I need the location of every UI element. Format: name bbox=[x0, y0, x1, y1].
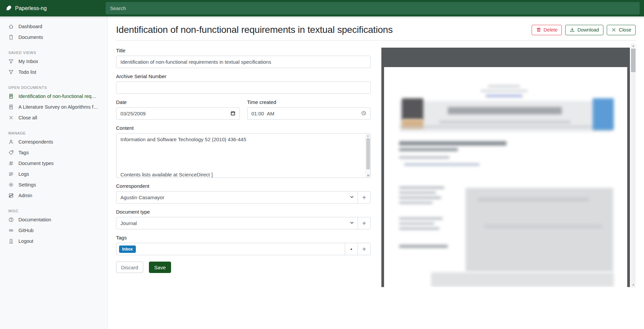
pdf-viewer-frame bbox=[381, 48, 630, 287]
content-textarea[interactable]: Information and Software Technology 52 (… bbox=[116, 133, 371, 178]
sidebar-item-identification-of-non-functional-requirem[interactable]: Identification of non-functional require… bbox=[0, 91, 107, 102]
blurred-text bbox=[404, 163, 480, 166]
blurred-text bbox=[439, 121, 570, 123]
sidebar-item-admin[interactable]: Admin bbox=[0, 190, 107, 201]
funnel-icon bbox=[8, 69, 14, 75]
sidebar-item-label: GitHub bbox=[18, 228, 34, 233]
sidebar-item-tags[interactable]: Tags bbox=[0, 147, 107, 158]
sidebar-item-todo-list[interactable]: Todo list bbox=[0, 67, 107, 77]
time-created-input[interactable]: 01:00 AM bbox=[247, 107, 371, 120]
blurred-text bbox=[399, 156, 449, 159]
chevron-down-icon bbox=[350, 195, 354, 200]
sidebar-item-label: Correspondents bbox=[18, 139, 53, 145]
plus-icon: + bbox=[362, 220, 366, 227]
topbar: Paperless-ng bbox=[0, 0, 644, 16]
scroll-up-icon[interactable]: ▲ bbox=[367, 133, 369, 138]
content-scrollbar[interactable]: ▲ ▼ bbox=[365, 133, 370, 177]
sidebar-item-label: A Literature Survey on Algorithms for Mu… bbox=[18, 104, 99, 110]
discard-button[interactable]: Discard bbox=[116, 262, 143, 273]
brand[interactable]: Paperless-ng bbox=[0, 5, 106, 11]
preview-scrollbar-thumb[interactable] bbox=[631, 49, 636, 72]
sidebar-item-label: Logout bbox=[18, 238, 33, 244]
add-tag-button[interactable]: + bbox=[358, 243, 371, 255]
tags-collapse-button[interactable]: ▲ bbox=[345, 243, 358, 255]
correspondent-select[interactable]: Agustin Casamayor bbox=[116, 191, 358, 204]
blurred-text bbox=[399, 202, 433, 204]
calendar-icon[interactable] bbox=[230, 111, 235, 117]
add-correspondent-button[interactable]: + bbox=[358, 191, 371, 204]
section-title: MISC bbox=[8, 209, 99, 213]
sidebar-item-label: Documents bbox=[18, 35, 43, 40]
close-button[interactable]: Close bbox=[607, 25, 636, 35]
sidebar-item-logs[interactable]: Logs bbox=[0, 169, 107, 179]
clock-icon[interactable] bbox=[361, 111, 366, 117]
delete-button[interactable]: Delete bbox=[532, 25, 562, 35]
sidebar-item-documentation[interactable]: Documentation bbox=[0, 214, 107, 225]
blurred-article-title bbox=[399, 148, 458, 151]
sidebar-item-github[interactable]: GitHub bbox=[0, 225, 107, 236]
sidebar-item-settings[interactable]: Settings bbox=[0, 179, 107, 190]
date-input[interactable]: 03/25/2009 bbox=[116, 107, 240, 120]
blurred-journal-title bbox=[448, 107, 562, 114]
correspondent-label: Correspondent bbox=[116, 183, 371, 189]
document-type-select[interactable]: Journal bbox=[116, 217, 358, 229]
sidebar-item-label: Logs bbox=[18, 171, 29, 177]
asn-label: Archive Serial Number bbox=[116, 73, 371, 79]
sidebar: DashboardDocumentsSAVED VIEWSMy InboxTod… bbox=[0, 16, 108, 329]
pdf-page bbox=[384, 67, 627, 287]
blurred-link bbox=[486, 95, 523, 97]
sidebar-item-label: Todo list bbox=[18, 69, 36, 75]
date-label: Date bbox=[116, 99, 240, 105]
caret-up-icon: ▲ bbox=[350, 248, 353, 251]
blurred-text bbox=[481, 90, 528, 92]
app-root: Paperless-ng DashboardDocumentsSAVED VIE… bbox=[0, 0, 644, 329]
sidebar-item-documents[interactable]: Documents bbox=[0, 32, 107, 43]
document-preview: ▲ ▼ bbox=[381, 48, 636, 291]
sidebar-item-label: Settings bbox=[18, 182, 36, 187]
sidebar-item-dashboard[interactable]: Dashboard bbox=[0, 21, 107, 32]
blurred-text bbox=[399, 191, 436, 194]
blurred-text bbox=[399, 222, 434, 225]
sidebar-item-my-inbox[interactable]: My Inbox bbox=[0, 56, 107, 67]
scroll-down-icon[interactable]: ▼ bbox=[632, 283, 635, 287]
save-button[interactable]: Save bbox=[149, 262, 171, 273]
button-label: Delete bbox=[544, 27, 558, 33]
plus-icon: + bbox=[362, 246, 366, 253]
document-edit-form: Title Archive Serial Number Date 03/25/2… bbox=[116, 48, 371, 291]
toggles-icon bbox=[8, 193, 14, 198]
sidebar-item-close-all[interactable]: Close all bbox=[0, 112, 107, 123]
header-buttons: DeleteDownloadClose bbox=[532, 25, 636, 35]
title-input[interactable] bbox=[116, 56, 371, 68]
tag-icon bbox=[8, 150, 14, 155]
sidebar-item-label: Document types bbox=[18, 161, 54, 166]
sidebar-item-document-types[interactable]: Document types bbox=[0, 158, 107, 169]
close-icon bbox=[611, 27, 616, 33]
section-title: OPEN DOCUMENTS bbox=[8, 86, 99, 90]
preview-scrollbar[interactable]: ▲ ▼ bbox=[631, 44, 636, 287]
file-text-icon bbox=[8, 94, 14, 99]
blurred-paragraph bbox=[485, 225, 602, 228]
document-type-label: Document type bbox=[116, 209, 371, 215]
blurred-text bbox=[399, 217, 443, 220]
section-title: SAVED VIEWS bbox=[8, 51, 99, 55]
sidebar-item-label: Tags bbox=[18, 150, 29, 155]
scroll-up-icon[interactable]: ▲ bbox=[632, 44, 635, 48]
page-title: Identification of non-functional require… bbox=[116, 24, 393, 35]
sidebar-item-correspondents[interactable]: Correspondents bbox=[0, 136, 107, 147]
hash-icon bbox=[8, 161, 14, 166]
search-input[interactable] bbox=[106, 2, 640, 14]
download-button[interactable]: Download bbox=[565, 25, 603, 35]
tag-chip-inbox[interactable]: Inbox bbox=[119, 245, 136, 253]
tags-input[interactable]: Inbox bbox=[116, 243, 345, 255]
sidebar-item-a-literature-survey-on-algorithms-for-mu[interactable]: A Literature Survey on Algorithms for Mu… bbox=[0, 102, 107, 112]
list-icon bbox=[8, 171, 14, 177]
content-scrollbar-thumb[interactable] bbox=[366, 138, 370, 169]
sidebar-item-logout[interactable]: Logout bbox=[0, 236, 107, 246]
add-document-type-button[interactable]: + bbox=[358, 217, 371, 229]
asn-input[interactable] bbox=[116, 81, 371, 94]
sidebar-item-label: My Inbox bbox=[18, 59, 38, 64]
button-label: Close bbox=[619, 27, 631, 33]
date-value: 03/25/2009 bbox=[120, 111, 146, 116]
gear-icon bbox=[8, 182, 14, 187]
button-label: Download bbox=[577, 27, 599, 33]
